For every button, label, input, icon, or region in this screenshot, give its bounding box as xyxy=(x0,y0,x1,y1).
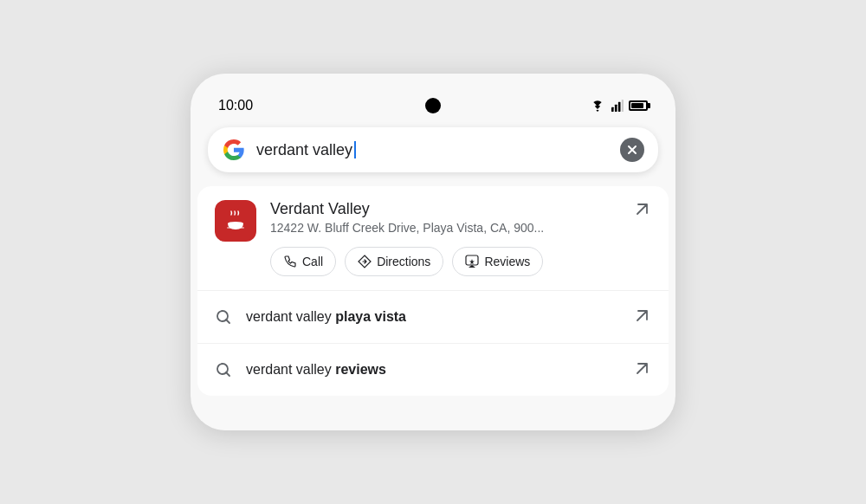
front-camera xyxy=(425,98,441,113)
phone-icon xyxy=(283,255,297,268)
reviews-button[interactable]: Reviews xyxy=(452,247,543,276)
suggestion-arrow-icon xyxy=(634,307,651,327)
search-icon xyxy=(215,308,232,326)
svg-rect-0 xyxy=(611,107,614,112)
status-time: 10:00 xyxy=(218,98,253,113)
suggestion-text: verdant valley reviews xyxy=(246,362,620,378)
directions-icon xyxy=(358,255,372,268)
results-container: Verdant Valley 12422 W. Bluff Creek Driv… xyxy=(197,186,669,396)
business-result[interactable]: Verdant Valley 12422 W. Bluff Creek Driv… xyxy=(197,186,669,291)
google-logo xyxy=(222,138,246,162)
svg-rect-2 xyxy=(618,102,621,112)
directions-button[interactable]: Directions xyxy=(345,247,443,276)
text-cursor xyxy=(354,141,356,158)
business-icon xyxy=(215,200,256,242)
clear-button[interactable] xyxy=(620,138,644,162)
suggestion-row[interactable]: verdant valley playa vista xyxy=(197,291,669,344)
suggestion-text: verdant valley playa vista xyxy=(246,309,620,325)
search-icon xyxy=(215,361,232,378)
result-arrow-icon xyxy=(634,200,651,221)
search-container: verdant valley xyxy=(191,120,675,186)
svg-rect-3 xyxy=(622,100,624,112)
search-input[interactable]: verdant valley xyxy=(256,141,610,159)
svg-rect-5 xyxy=(227,227,244,229)
call-button[interactable]: Call xyxy=(270,247,336,276)
svg-rect-1 xyxy=(615,105,617,112)
action-buttons: Call Directions xyxy=(270,247,620,276)
wifi-icon xyxy=(589,100,606,112)
search-bar[interactable]: verdant valley xyxy=(208,127,658,172)
business-address: 12422 W. Bluff Creek Drive, Playa Vista,… xyxy=(270,221,620,235)
phone-frame: 10:00 xyxy=(191,74,675,430)
restaurant-bowl-icon xyxy=(223,209,248,233)
reviews-icon xyxy=(465,255,479,268)
suggestion-row[interactable]: verdant valley reviews xyxy=(197,344,669,396)
signal-icon xyxy=(611,100,624,112)
business-name: Verdant Valley xyxy=(270,200,620,218)
battery-icon xyxy=(629,100,648,111)
business-info: Verdant Valley 12422 W. Bluff Creek Driv… xyxy=(270,200,620,276)
status-icons xyxy=(589,100,648,112)
close-icon xyxy=(625,143,639,157)
status-bar: 10:00 xyxy=(191,91,675,120)
suggestion-arrow-icon xyxy=(634,359,651,380)
